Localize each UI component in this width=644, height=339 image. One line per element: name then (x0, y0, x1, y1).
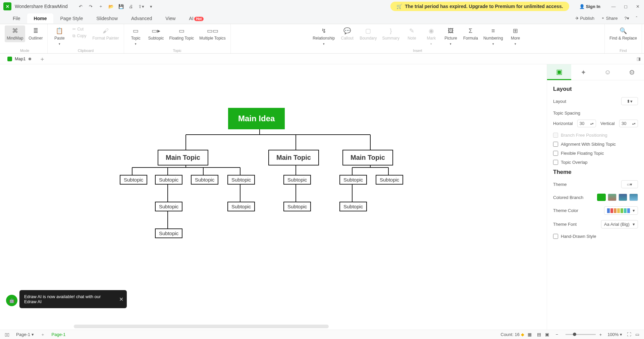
branch-color-2[interactable] (608, 194, 616, 201)
branch-color-4[interactable] (629, 194, 638, 201)
node-subtopic[interactable]: Subtopic (283, 202, 311, 211)
summary-button[interactable]: }Summary (380, 25, 401, 42)
doc-tab-map1[interactable]: Map1 (3, 55, 36, 63)
mindmap-button[interactable]: ⌘MindMap (5, 25, 25, 42)
numbering-button[interactable]: ≡Numbering▾ (481, 25, 505, 47)
outliner-button[interactable]: ≣Outliner (26, 25, 45, 42)
add-page-button[interactable]: ＋ (41, 332, 45, 338)
alignment-checkbox[interactable] (553, 142, 558, 147)
node-subtopic[interactable]: Subtopic (339, 202, 367, 211)
help-icon[interactable]: ?▾ (624, 16, 629, 21)
paste-button[interactable]: 📋Paste▾ (50, 25, 68, 47)
share-button[interactable]: ⚬ Share (601, 16, 618, 21)
save-icon[interactable]: 💾 (118, 3, 124, 9)
menu-slideshow[interactable]: Slideshow (90, 13, 124, 23)
zoom-slider[interactable] (566, 334, 596, 335)
multiple-topics-button[interactable]: ▭▭Multiple Topics (197, 25, 227, 42)
relationship-button[interactable]: ↯Relationship▾ (311, 25, 337, 47)
menu-ai[interactable]: AIHot (182, 13, 210, 23)
overlap-checkbox[interactable] (553, 160, 558, 165)
page-select[interactable]: Page-1 ▾ (16, 332, 34, 337)
menu-view[interactable]: View (159, 13, 182, 23)
node-subtopic[interactable]: Subtopic (155, 175, 182, 185)
node-subtopic[interactable]: Subtopic (283, 175, 311, 185)
undo-icon[interactable]: ↶ (78, 3, 84, 9)
view-mode-2-icon[interactable]: ▤ (537, 332, 541, 337)
redo-icon[interactable]: ↷ (88, 3, 94, 9)
node-subtopic[interactable]: Subtopic (339, 175, 367, 185)
node-subtopic[interactable]: Subtopic (120, 175, 147, 185)
flexible-checkbox[interactable] (553, 151, 558, 156)
theme-color-select[interactable]: ▾ (604, 206, 638, 215)
node-main-idea[interactable]: Main Idea (228, 108, 285, 129)
add-tab-button[interactable]: ＋ (39, 55, 45, 63)
view-mode-1-icon[interactable]: ▦ (528, 332, 532, 337)
canvas[interactable]: Main Idea Main Topic Main Topic Main Top… (0, 64, 547, 330)
node-main-topic[interactable]: Main Topic (342, 150, 393, 165)
node-subtopic[interactable]: Subtopic (155, 202, 182, 211)
horizontal-scrollbar[interactable] (74, 325, 329, 328)
more-qat-icon[interactable]: ▾ (148, 3, 154, 9)
node-main-topic[interactable]: Main Topic (158, 150, 208, 165)
close-icon[interactable]: ✕ (635, 4, 641, 9)
branch-color-1[interactable] (597, 194, 606, 201)
node-main-topic[interactable]: Main Topic (268, 150, 319, 165)
layout-select[interactable]: ⬍ ▾ (621, 97, 638, 105)
node-subtopic[interactable]: Subtopic (155, 228, 182, 238)
topic-button[interactable]: ▭Topic▾ (127, 25, 145, 47)
node-subtopic[interactable]: Subtopic (227, 175, 255, 185)
side-tab-style[interactable]: ✦ (571, 64, 595, 80)
floating-topic-button[interactable]: ▭Floating Topic (167, 25, 196, 42)
cut-button[interactable]: ✂Cut (71, 26, 88, 32)
side-tab-layout[interactable]: ▣ (547, 64, 571, 80)
count-label: Count: 16 ◆ (501, 332, 524, 337)
zoom-value[interactable]: 100% ▾ (607, 332, 622, 337)
trial-banner[interactable]: 🛒 The trial period has expired. Upgrade … (390, 2, 569, 11)
view-mode-3-icon[interactable]: ▣ (545, 332, 549, 337)
toast-close-icon[interactable]: ✕ (119, 296, 123, 302)
menu-advanced[interactable]: Advanced (124, 13, 159, 23)
open-icon[interactable]: 📂 (108, 3, 114, 9)
side-tab-settings[interactable]: ⚙ (620, 64, 644, 80)
node-subtopic[interactable]: Subtopic (191, 175, 218, 185)
mark-button[interactable]: ◉Mark▾ (422, 25, 440, 47)
theme-font-select[interactable]: Aa Arial (Big)▾ (601, 220, 638, 228)
format-painter-button[interactable]: 🖌Format Painter (90, 25, 121, 42)
export-icon[interactable]: ⇪▾ (138, 3, 144, 9)
branch-color-3[interactable] (619, 194, 627, 201)
print-icon[interactable]: 🖨 (128, 3, 134, 9)
page-tab-1[interactable]: Page-1 (52, 332, 66, 337)
vertical-spinner[interactable]: 30▴▾ (619, 120, 638, 127)
outline-toggle-icon[interactable]: ▯▯ (5, 332, 9, 337)
callout-button[interactable]: 💬Callout (338, 25, 356, 42)
formula-button[interactable]: ΣFormula (461, 25, 480, 42)
panel-toggle-icon[interactable]: ◨ (637, 56, 644, 61)
menu-home[interactable]: Home (27, 13, 54, 23)
zoom-out-icon[interactable]: − (556, 332, 558, 337)
note-button[interactable]: ✎Note (403, 25, 421, 42)
hand-drawn-checkbox[interactable] (553, 234, 558, 239)
maximize-icon[interactable]: ◻ (623, 4, 629, 9)
menu-pagestyle[interactable]: Page Style (53, 13, 90, 23)
horizontal-spinner[interactable]: 30▴▾ (577, 120, 596, 127)
ai-bubble-icon[interactable]: 🤖 (6, 295, 17, 306)
zoom-in-icon[interactable]: ＋ (598, 332, 603, 338)
theme-select[interactable]: ▭ ▾ (621, 180, 638, 188)
fullscreen-icon[interactable]: ⛶ (627, 332, 631, 337)
collapse-ribbon-icon[interactable]: ˆ (636, 16, 637, 21)
side-tab-icons[interactable]: ☺ (596, 64, 620, 80)
more-button[interactable]: ⊞More▾ (506, 25, 525, 47)
publish-button[interactable]: ✈ Publish (575, 16, 594, 21)
subtopic-button[interactable]: ▭▸Subtopic (146, 25, 166, 42)
menu-file[interactable]: File (6, 13, 27, 23)
find-replace-button[interactable]: 🔍Find & Replace (607, 25, 639, 42)
boundary-button[interactable]: ▢Boundary (358, 25, 379, 42)
fit-icon[interactable]: ▭ (635, 332, 639, 337)
new-icon[interactable]: ＋ (98, 3, 104, 9)
node-subtopic[interactable]: Subtopic (376, 175, 403, 185)
signin-button[interactable]: 👤 Sign In (579, 4, 600, 9)
node-subtopic[interactable]: Subtopic (227, 202, 255, 211)
minimize-icon[interactable]: — (610, 4, 616, 9)
copy-button[interactable]: ⧉Copy (71, 33, 88, 39)
picture-button[interactable]: 🖼Picture▾ (442, 25, 460, 47)
